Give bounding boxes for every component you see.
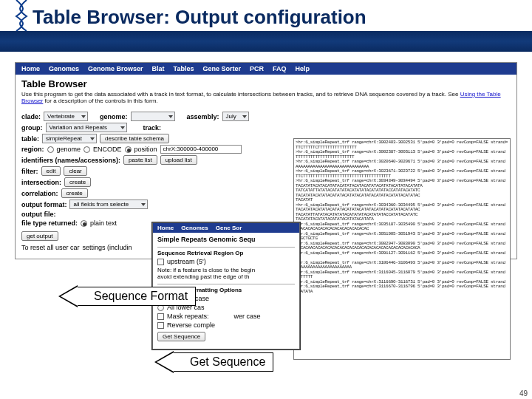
nav-home[interactable]: Home (21, 65, 40, 72)
rev-comp-checkbox[interactable] (157, 322, 164, 329)
filter-edit-button[interactable]: edit (41, 166, 61, 176)
popup-hint-1: Note: if a feature is close to the begin (157, 267, 295, 273)
output-format-select[interactable]: all fields from selecte (69, 200, 148, 209)
upstream-label: upstream (5') (167, 258, 206, 265)
mask-repeats-sublabel: wer case (234, 313, 261, 320)
nav-genomes[interactable]: Genomes (49, 65, 79, 72)
region-options-header: Sequence Retrieval Region Op (157, 247, 295, 256)
genome-label: genome: (100, 113, 128, 120)
title-band (0, 31, 532, 52)
nav-pcr[interactable]: PCR (250, 65, 264, 72)
file-type-plain-radio[interactable] (81, 220, 87, 227)
nav-blat[interactable]: Blat (152, 65, 165, 72)
assembly-select[interactable]: July (222, 112, 249, 121)
rev-comp-label: Reverse comple (167, 321, 215, 329)
intersection-label: intersection: (21, 179, 61, 186)
region-genome-text: genome (57, 146, 81, 153)
region-position-text: position (134, 146, 157, 153)
mask-repeats-checkbox[interactable] (157, 313, 164, 320)
popup-nav: Home Genomes Gene Sor (153, 223, 299, 233)
nav-tables[interactable]: Tables (174, 65, 194, 72)
get-output-button[interactable]: get output (21, 231, 58, 241)
region-position-radio[interactable] (125, 146, 132, 153)
slide-title: Table Browser: Output configuration (33, 6, 366, 29)
region-encode-text: ENCODE (93, 146, 122, 153)
page-title: Table Browser (16, 75, 516, 89)
upstream-checkbox[interactable] (157, 259, 164, 265)
describe-schema-button[interactable]: describe table schema (100, 134, 169, 143)
form-area: clade: Vertebrate genome: assembly: July… (16, 109, 516, 259)
popup-hint-2: avoid extending past the edge of th (157, 273, 295, 280)
clade-select[interactable]: Vertebrate (44, 112, 88, 121)
filter-label: filter: (21, 168, 38, 175)
page-description: Use this program to get the data associa… (16, 89, 516, 109)
region-label: region: (21, 146, 44, 153)
file-type-plain-text: plain text (90, 219, 117, 227)
region-genome-radio[interactable] (47, 146, 54, 153)
slide-header: Table Browser: Output configuration (0, 0, 532, 59)
mask-repeats-label: Mask repeats: (167, 313, 209, 320)
upload-list-button[interactable]: upload list (160, 155, 197, 165)
sequence-options-popup: Home Genomes Gene Sor Simple Repeats Gen… (152, 222, 300, 349)
table-label: table: (21, 135, 39, 143)
fasta-output-panel: >hr:6_simpleRepeat_trf range=chrX:300240… (293, 138, 511, 360)
reset-note: To reset all user car (21, 244, 80, 251)
clade-label: clade: (21, 113, 41, 120)
reset-note-paren: settings (includin (83, 244, 132, 251)
popup-nav-home[interactable]: Home (157, 225, 174, 231)
assembly-label: assembly: (187, 113, 219, 120)
region-encode-radio[interactable] (83, 146, 90, 153)
filter-clear-button[interactable]: clear (64, 166, 86, 176)
callout-sequence-format: Sequence Format (75, 287, 196, 306)
file-type-label: file type returned: (21, 219, 78, 227)
desc-prefix: Use this program to get the data associa… (21, 91, 460, 98)
correlation-create-button[interactable]: create (61, 188, 88, 198)
main-nav: Home Genomes Genome Browser Blat Tables … (16, 63, 516, 75)
get-sequence-button[interactable]: Get Sequence (157, 332, 205, 341)
popup-nav-gene-sorter[interactable]: Gene Sor (216, 225, 242, 231)
genome-select[interactable] (131, 112, 175, 121)
group-label: group: (21, 124, 43, 132)
output-format-label: output format: (21, 201, 66, 208)
nav-genome-browser[interactable]: Genome Browser (88, 65, 143, 72)
popup-title: Simple Repeats Genomic Sequ (157, 236, 295, 243)
position-input[interactable]: chrX:300000-400000 (160, 145, 242, 154)
identifiers-label: identifiers (names/accessions): (21, 157, 120, 164)
popup-nav-genomes[interactable]: Genomes (181, 225, 208, 231)
correlation-label: correlation: (21, 190, 58, 197)
output-file-label: output file: (21, 211, 56, 218)
track-label: track: (143, 124, 162, 132)
group-select[interactable]: Variation and Repeats (46, 123, 127, 132)
nav-gene-sorter[interactable]: Gene Sorter (202, 65, 241, 72)
nav-faq[interactable]: FAQ (273, 65, 287, 72)
desc-suffix: for a description of the controls in thi… (45, 98, 158, 104)
slide-number: 49 (519, 389, 528, 398)
paste-list-button[interactable]: paste list (123, 155, 157, 165)
dna-helix-icon (15, 0, 28, 31)
intersection-create-button[interactable]: create (64, 177, 91, 187)
callout-get-sequence: Get Sequence (171, 352, 273, 372)
table-select[interactable]: simpleRepeat (42, 134, 97, 143)
nav-help[interactable]: Help (295, 65, 310, 72)
table-browser-window: Home Genomes Genome Browser Blat Tables … (15, 62, 517, 259)
